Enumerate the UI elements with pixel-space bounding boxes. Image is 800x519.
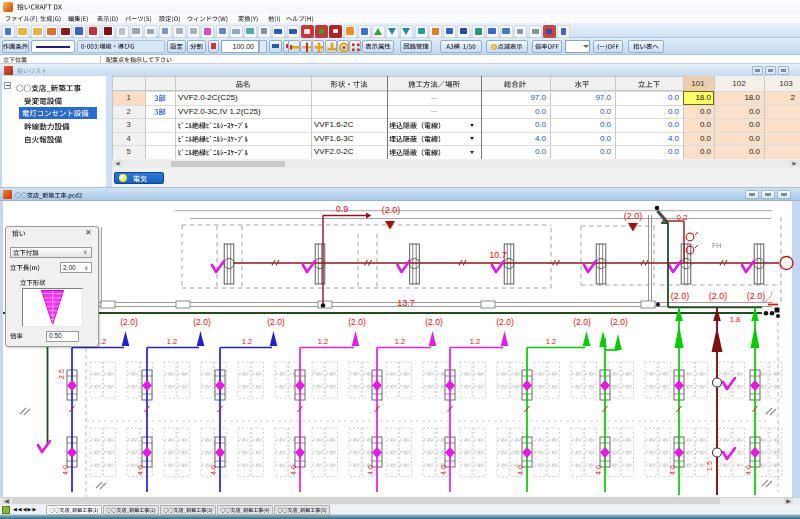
- svg-text:1.8: 1.8: [730, 315, 740, 324]
- svg-text:1.2: 1.2: [395, 337, 405, 346]
- svg-text:4.0: 4.0: [595, 465, 602, 475]
- svg-text:FH: FH: [712, 242, 721, 249]
- svg-text:1.2: 1.2: [318, 337, 328, 346]
- svg-text:4.0: 4.0: [62, 465, 69, 475]
- svg-text:4.0: 4.0: [669, 465, 676, 475]
- svg-text:(2.0): (2.0): [747, 291, 766, 301]
- svg-text:1.2: 1.2: [470, 337, 480, 346]
- svg-text:4.0: 4.0: [745, 465, 752, 475]
- svg-text:1.5: 1.5: [706, 461, 713, 471]
- svg-text:2.5: 2.5: [58, 369, 65, 379]
- svg-text:4.0: 4.0: [440, 465, 447, 475]
- svg-text:(2.0): (2.0): [573, 317, 591, 327]
- svg-text:(2.0): (2.0): [610, 317, 628, 327]
- svg-text:(2.0): (2.0): [709, 291, 728, 301]
- svg-text:(2.0): (2.0): [382, 205, 401, 215]
- svg-text:0.9: 0.9: [336, 204, 349, 214]
- svg-text:4.0: 4.0: [367, 465, 374, 475]
- svg-text:4.0: 4.0: [290, 465, 297, 475]
- svg-text:(2.0): (2.0): [671, 291, 690, 301]
- svg-text:4.0: 4.0: [210, 465, 217, 475]
- svg-text:(2.0): (2.0): [267, 317, 285, 327]
- svg-text:(2.0): (2.0): [193, 317, 211, 327]
- svg-text:4.0: 4.0: [517, 465, 524, 475]
- svg-text:1.2: 1.2: [167, 337, 177, 346]
- svg-text:13.7: 13.7: [397, 298, 415, 308]
- svg-text:(2.0): (2.0): [624, 211, 643, 221]
- svg-text:(2.0): (2.0): [425, 317, 443, 327]
- svg-text:4.0: 4.0: [137, 465, 144, 475]
- svg-text:(2.0): (2.0): [348, 317, 366, 327]
- svg-text:(2.0): (2.0): [496, 317, 514, 327]
- svg-text:1.2: 1.2: [242, 337, 252, 346]
- svg-text:0.2: 0.2: [676, 213, 688, 222]
- svg-text:10.7: 10.7: [489, 250, 507, 260]
- svg-text:1.2: 1.2: [546, 337, 556, 346]
- svg-text:(2.0): (2.0): [120, 317, 138, 327]
